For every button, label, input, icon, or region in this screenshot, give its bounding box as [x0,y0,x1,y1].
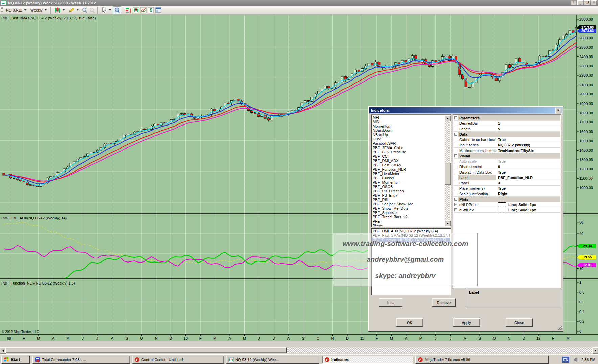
new-button[interactable]: New [379,298,402,307]
indicator-list-item[interactable]: PBF_Show_Me_Dots [372,206,445,211]
minimize-button[interactable]: _ [577,0,583,5]
property-section-header[interactable]: −Parameters [454,115,560,121]
indicator-list-item[interactable]: ParabolicSAR [372,141,445,146]
indicator-list-item[interactable]: PFE [372,219,445,224]
bar-type-button[interactable] [52,6,67,14]
property-row[interactable]: Displacement0 [454,164,560,169]
indicator-list-item[interactable]: PBF_2EMA_Color [372,146,445,150]
scrollbar-thumb[interactable] [445,163,451,185]
panel-properties-button[interactable] [155,7,162,14]
indicator-list-item[interactable]: PBF_Scalper_Show_Me [372,202,445,206]
property-value[interactable]: 0 [496,164,560,169]
property-row[interactable]: Calculate on bar closeTrue [454,137,560,142]
zoom-in-button[interactable] [81,7,88,14]
property-value[interactable]: Line; Solid; 1px [496,202,560,207]
indicator-list-item[interactable]: PBF_Squeeze [372,211,445,215]
property-value[interactable]: PBF_Function_NLR [496,175,560,180]
taskbar-button-nq-03-12-weekly-wee[interactable]: NQ 03-12 (Weekly) Wee... [226,356,319,364]
line-chart-button[interactable] [140,7,147,14]
property-row[interactable]: Panel3 [454,180,560,186]
indicator-list-item[interactable]: PBF_Function_NLR [372,167,445,172]
indicator-list-item[interactable]: Momentum [372,124,445,129]
taskbar-button-ninjatrader-7-lic-emu-v5-06[interactable]: NinjaTrader 7 lic.emu v5.06 [415,356,549,364]
apply-button[interactable]: Apply [453,318,480,327]
close-button[interactable]: × [591,0,597,5]
indicator-list-item[interactable]: Pivots [372,224,445,226]
property-row[interactable]: +oNLRPriceLine; Solid; 1px [454,202,560,207]
indicator-list-item[interactable]: NBarsUp [372,133,445,137]
indicator-list-item[interactable]: MIN [372,120,445,124]
property-row[interactable]: +oStdDevLine; Solid; 1px [454,207,560,213]
taskbar-button-total-commander-7-03[interactable]: Total Commander 7.03 - ... [32,356,130,364]
property-value[interactable]: Line; Solid; 1px [496,207,560,212]
scroll-up-button[interactable] [445,115,451,121]
property-value[interactable]: 1 [496,121,560,126]
remove-button[interactable]: Remove [432,298,456,307]
indicator-list-item[interactable]: MFI [372,115,445,120]
chart-horizontal-scrollbar[interactable] [0,347,598,353]
property-value[interactable]: 3 [496,180,560,185]
instrument-dropdown[interactable]: NQ 03-12 [4,6,28,14]
property-value[interactable]: True [496,137,560,142]
taskbar-button-control-center-untitled1[interactable]: Control Center - Untitled1 [132,356,224,364]
property-section-header[interactable]: −Data [454,132,560,137]
property-row[interactable]: Maximum bars look backTwoHundredFiftySix [454,148,560,153]
property-section-header[interactable]: −Plots [454,197,560,202]
property-row[interactable]: DesiredBar1 [454,121,560,126]
property-value[interactable]: True [496,186,560,191]
property-row[interactable]: Auto scaleTrue [454,159,560,164]
indicator-list-item[interactable]: PBF_Trend_Bars_v2 [372,215,445,219]
indicator-list-item[interactable]: PBF_PB_Direction [372,189,445,194]
language-indicator[interactable]: EN [562,357,569,363]
property-value[interactable]: Right [496,191,560,196]
indicator-list-item[interactable]: PBF_HeatMeter [372,172,445,176]
zoom-out-button[interactable] [88,7,96,14]
data-box-button[interactable] [113,6,121,14]
collapse-icon[interactable]: − [454,116,457,119]
ok-button[interactable]: OK [396,318,423,327]
clock[interactable]: 2:36 PM [579,358,598,362]
dialog-close-button[interactable]: × [555,108,561,113]
property-row[interactable]: Price marker(s)True [454,186,560,191]
indicator-list-item[interactable]: PBF_OSOB [372,185,445,189]
indicator-list-item[interactable]: OBV [372,137,445,141]
property-value[interactable]: True [496,159,560,164]
property-row[interactable]: LabelPBF_Function_NLR [454,175,560,180]
property-row[interactable]: Input seriesNQ 03-12 (Weekly) [454,142,560,148]
indicator-list-item[interactable]: PBF_RSI [372,198,445,202]
indicator-list-item[interactable]: NBarsDown [372,128,445,133]
cursor-mode-button[interactable] [99,6,113,14]
indicator-list-item[interactable]: PBF_CCI [372,154,445,159]
close-button-dialog[interactable]: Close [506,318,533,327]
dialog-resize-grip[interactable] [558,326,562,330]
market-analyzer-button[interactable] [125,7,132,14]
expand-icon[interactable]: + [454,208,457,211]
indicator-list-item[interactable]: PBF_DMI_ADX [372,159,445,163]
collapse-icon[interactable]: − [454,154,457,157]
collapse-icon[interactable]: − [454,198,457,201]
start-button[interactable]: Start [1,356,30,364]
scroll-right-button[interactable] [592,347,598,354]
drawing-tools-button[interactable] [67,6,81,14]
scroll-down-button[interactable] [445,220,451,226]
indicator-list-item[interactable]: PBF_Fast_3MAs [372,163,445,167]
volume-icon[interactable] [573,357,579,362]
property-section-header[interactable]: −Visual [454,153,560,159]
property-value[interactable]: 5 [496,126,560,131]
list-scrollbar[interactable] [445,115,450,226]
hscrollbar-thumb[interactable] [5,347,287,353]
collapse-icon[interactable]: − [454,133,457,136]
property-value[interactable]: NQ 03-12 (Weekly) [496,142,560,147]
dialog-titlebar[interactable]: Indicators × [369,107,562,113]
indicator-list-item[interactable]: PBF_PB_Entry [372,193,445,198]
indicator-list-item[interactable]: PBF_iTunnel [372,176,445,180]
new-chart-button[interactable] [132,7,140,14]
expand-icon[interactable]: + [454,203,457,206]
plot-color-swatch[interactable] [498,208,506,212]
taskbar-button-indicators[interactable]: Indicators [322,356,413,364]
period-dropdown[interactable]: Weekly [28,6,49,14]
account-data-button[interactable]: $ [147,7,155,14]
toolbar-grip[interactable] [1,7,3,14]
property-value[interactable]: TwoHundredFiftySix [496,148,560,153]
property-value[interactable]: True [496,169,560,175]
